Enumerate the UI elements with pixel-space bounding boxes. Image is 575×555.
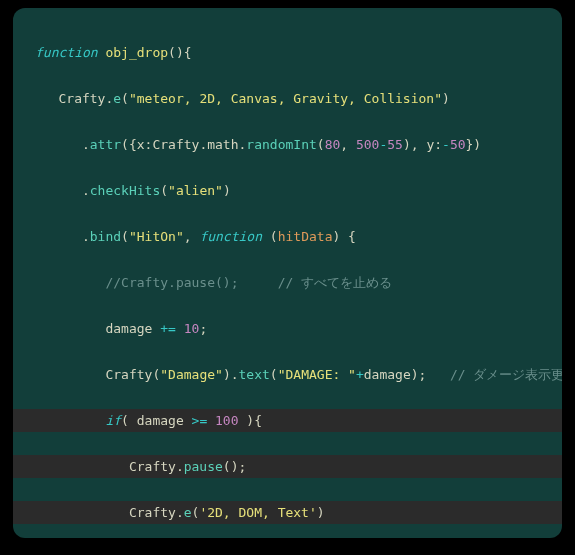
comment: //Crafty.pause(); // すべてを止める — [105, 275, 392, 290]
code-block: function obj_drop(){ Crafty.e("meteor, 2… — [13, 8, 562, 538]
code-line: .bind("HitOn", function (hitData) { — [13, 225, 562, 248]
code-line: .checkHits("alien") — [13, 179, 562, 202]
code-line-highlighted: Crafty.e('2D, DOM, Text') — [13, 501, 562, 524]
code-line: damage += 10; — [13, 317, 562, 340]
code-line: Crafty("Damage").text("DAMAGE: "+damage)… — [13, 363, 562, 386]
code-card: function obj_drop(){ Crafty.e("meteor, 2… — [13, 8, 562, 538]
code-line-highlighted: if( damage >= 100 ){ — [13, 409, 562, 432]
keyword-function: function — [35, 45, 98, 60]
code-line: //Crafty.pause(); // すべてを止める — [13, 271, 562, 294]
code-line-highlighted: Crafty.pause(); — [13, 455, 562, 478]
code-line: .attr({x:Crafty.math.randomInt(80, 500-5… — [13, 133, 562, 156]
comment: // ダメージ表示更新 — [450, 367, 562, 382]
code-line: function obj_drop(){ — [13, 41, 562, 64]
code-line: Crafty.e("meteor, 2D, Canvas, Gravity, C… — [13, 87, 562, 110]
func-name: obj_drop — [105, 45, 168, 60]
